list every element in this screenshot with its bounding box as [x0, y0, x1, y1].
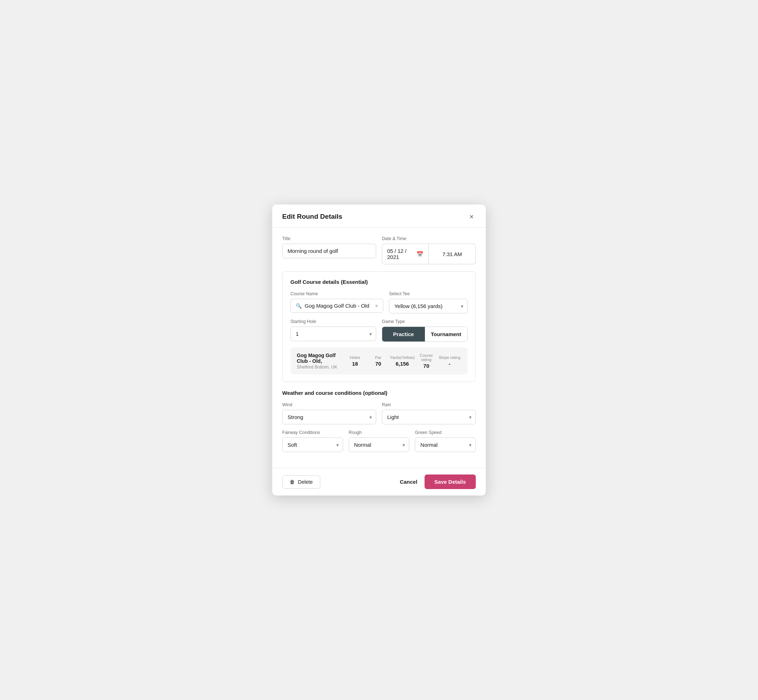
- footer-right: Cancel Save Details: [399, 475, 476, 489]
- practice-toggle-button[interactable]: Practice: [382, 327, 425, 341]
- title-input[interactable]: [282, 244, 376, 258]
- green-speed-dropdown[interactable]: SlowNormalFast: [415, 438, 476, 452]
- date-value: 05 / 12 / 2021: [387, 248, 413, 260]
- datetime-label: Date & Time: [382, 236, 476, 241]
- cancel-button[interactable]: Cancel: [399, 479, 417, 485]
- weather-section-title: Weather and course conditions (optional): [282, 390, 476, 396]
- title-field-group: Title: [282, 236, 376, 264]
- modal-footer: 🗑 Delete Cancel Save Details: [272, 468, 486, 495]
- course-info-name-group: Gog Magog Golf Club - Old, Shelford Bott…: [297, 353, 343, 370]
- slope-rating-value: -: [438, 361, 461, 367]
- course-rating-stat: Course rating 70: [415, 353, 438, 369]
- date-input-wrapper[interactable]: 05 / 12 / 2021 📅: [382, 244, 429, 264]
- date-time-group: 05 / 12 / 2021 📅 7:31 AM: [382, 244, 476, 264]
- course-card-location: Shelford Bottom, UK: [297, 364, 343, 370]
- holes-label: Holes: [343, 355, 366, 359]
- rain-label: Rain: [382, 402, 476, 407]
- wind-rain-row: Wind NoneLightModerateStrong ▾ Rain None…: [282, 402, 476, 424]
- save-button[interactable]: Save Details: [424, 475, 476, 489]
- select-tee-dropdown[interactable]: Yellow (6,156 yards) White Red Blue: [389, 299, 468, 313]
- course-card-name: Gog Magog Golf Club - Old,: [297, 353, 343, 364]
- game-type-group: Game Type Practice Tournament: [382, 319, 468, 342]
- starting-hole-group: Starting Hole 1234 5678 910 ▾: [290, 319, 376, 342]
- green-speed-select-wrapper: SlowNormalFast ▾: [415, 438, 476, 452]
- par-label: Par: [366, 355, 390, 359]
- yards-stat: Yards(Yellow) 6,156: [390, 355, 415, 367]
- rough-label: Rough: [349, 430, 410, 435]
- green-speed-label: Green Speed: [415, 430, 476, 435]
- starting-hole-dropdown[interactable]: 1234 5678 910: [290, 327, 376, 341]
- starting-hole-wrapper: 1234 5678 910 ▾: [290, 327, 376, 341]
- fairway-dropdown[interactable]: SoftNormalHard: [282, 438, 343, 452]
- course-info-card: Gog Magog Golf Club - Old, Shelford Bott…: [290, 347, 468, 375]
- slope-rating-stat: Slope rating -: [438, 355, 461, 367]
- datetime-field-group: Date & Time 05 / 12 / 2021 📅 7:31 AM: [382, 236, 476, 264]
- wind-dropdown[interactable]: NoneLightModerateStrong: [282, 410, 376, 424]
- close-button[interactable]: ×: [467, 212, 476, 221]
- par-value: 70: [366, 361, 390, 367]
- par-stat: Par 70: [366, 355, 390, 367]
- course-name-label: Course Name: [290, 291, 383, 296]
- fairway-label: Fairway Conditions: [282, 430, 343, 435]
- edit-round-modal: Edit Round Details × Title Date & Time 0…: [272, 205, 486, 495]
- select-tee-wrapper: Yellow (6,156 yards) White Red Blue ▾: [389, 299, 468, 313]
- modal-title: Edit Round Details: [282, 213, 342, 220]
- wind-select-wrapper: NoneLightModerateStrong ▾: [282, 410, 376, 424]
- rain-group: Rain NoneLightModerateHeavy ▾: [382, 402, 476, 424]
- holes-value: 18: [343, 361, 366, 367]
- course-rating-label: Course rating: [415, 353, 438, 362]
- tournament-toggle-button[interactable]: Tournament: [425, 327, 468, 341]
- rain-select-wrapper: NoneLightModerateHeavy ▾: [382, 410, 476, 424]
- game-type-toggle: Practice Tournament: [382, 327, 468, 342]
- yards-label: Yards(Yellow): [390, 355, 415, 359]
- course-clear-icon[interactable]: ×: [375, 303, 378, 309]
- modal-header: Edit Round Details ×: [272, 205, 486, 228]
- trash-icon: 🗑: [290, 479, 295, 485]
- wind-label: Wind: [282, 402, 376, 407]
- wind-group: Wind NoneLightModerateStrong ▾: [282, 402, 376, 424]
- green-speed-group: Green Speed SlowNormalFast ▾: [415, 430, 476, 452]
- time-value: 7:31 AM: [442, 251, 462, 257]
- game-type-label: Game Type: [382, 319, 468, 324]
- fairway-select-wrapper: SoftNormalHard ▾: [282, 438, 343, 452]
- course-search-box[interactable]: 🔍 ×: [290, 299, 383, 312]
- modal-body: Title Date & Time 05 / 12 / 2021 📅 7:31 …: [272, 228, 486, 468]
- slope-rating-label: Slope rating: [438, 355, 461, 359]
- golf-course-section: Golf Course details (Essential) Course N…: [282, 271, 476, 382]
- delete-label: Delete: [298, 479, 313, 485]
- course-name-input[interactable]: [305, 303, 372, 309]
- course-search-icon: 🔍: [296, 303, 302, 309]
- select-tee-group: Select Tee Yellow (6,156 yards) White Re…: [389, 291, 468, 313]
- title-label: Title: [282, 236, 376, 241]
- hole-gametype-row: Starting Hole 1234 5678 910 ▾ Game Type: [290, 319, 468, 342]
- course-name-group: Course Name 🔍 ×: [290, 291, 383, 313]
- holes-stat: Holes 18: [343, 355, 366, 367]
- starting-hole-label: Starting Hole: [290, 319, 376, 324]
- golf-course-section-title: Golf Course details (Essential): [290, 279, 468, 285]
- rough-select-wrapper: SoftNormalLong ▾: [349, 438, 410, 452]
- course-rating-value: 70: [415, 363, 438, 369]
- time-input-wrapper[interactable]: 7:31 AM: [429, 244, 476, 264]
- yards-value: 6,156: [390, 361, 415, 367]
- rain-dropdown[interactable]: NoneLightModerateHeavy: [382, 410, 476, 424]
- calendar-icon: 📅: [417, 251, 423, 258]
- title-datetime-row: Title Date & Time 05 / 12 / 2021 📅 7:31 …: [282, 236, 476, 264]
- delete-button[interactable]: 🗑 Delete: [282, 475, 320, 489]
- course-tee-row: Course Name 🔍 × Select Tee Yellow (6,156…: [290, 291, 468, 313]
- fairway-rough-green-row: Fairway Conditions SoftNormalHard ▾ Roug…: [282, 430, 476, 452]
- fairway-group: Fairway Conditions SoftNormalHard ▾: [282, 430, 343, 452]
- rough-dropdown[interactable]: SoftNormalLong: [349, 438, 410, 452]
- rough-group: Rough SoftNormalLong ▾: [349, 430, 410, 452]
- weather-section: Weather and course conditions (optional)…: [282, 390, 476, 452]
- select-tee-label: Select Tee: [389, 291, 468, 296]
